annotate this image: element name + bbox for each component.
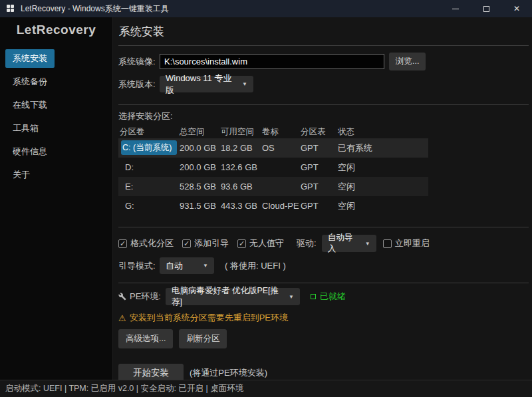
partition-table-header: 分区卷 总空间 可用空间 卷标 分区表 状态	[118, 125, 428, 138]
warning-message: ⚠ 安装到当前系统分区需要先重启到PE环境	[118, 312, 529, 324]
partition-row-d[interactable]: D: 200.0 GB 132.6 GB GPT 空闲	[118, 158, 428, 177]
sidebar-item-hardware-info[interactable]: 硬件信息	[5, 142, 55, 161]
selected-volume-badge: C: (当前系统)	[121, 140, 177, 155]
partition-table: 分区卷 总空间 可用空间 卷标 分区表 状态 C: (当前系统) 200.0 G…	[118, 125, 428, 215]
refresh-partitions-button[interactable]: 刷新分区	[179, 329, 227, 348]
image-label: 系统镜像:	[118, 56, 160, 68]
app-logo: LetRecovery	[0, 23, 112, 37]
col-status: 状态	[336, 126, 428, 138]
os-version-dropdown[interactable]: Windows 11 专业版 ▼	[160, 76, 253, 92]
image-path-input[interactable]	[160, 54, 384, 69]
partition-row-e[interactable]: E: 528.5 GB 93.6 GB GPT 空闲	[118, 177, 428, 196]
main-panel: 系统安装 系统镜像: 浏览... 系统版本: Windows 11 专业版 ▼ …	[113, 17, 532, 380]
reboot-now-checkbox[interactable]: 立即重启	[383, 237, 430, 249]
browse-button[interactable]: 浏览...	[389, 53, 426, 70]
chevron-down-icon: ▼	[242, 81, 247, 87]
checkbox-checked-icon: ✓	[118, 239, 127, 248]
boot-mode-note: ( 将使用: UEFI )	[225, 260, 286, 272]
sidebar-menu: 系统安装 系统备份 在线下载 工具箱 硬件信息 关于	[0, 49, 112, 189]
boot-mode-label: 引导模式:	[118, 260, 160, 272]
col-table: 分区表	[299, 126, 336, 138]
version-label: 系统版本:	[118, 78, 160, 90]
install-note: (将通过PE环境安装)	[190, 367, 267, 379]
partition-row-c[interactable]: C: (当前系统) 200.0 GB 18.2 GB OS GPT 已有系统	[118, 138, 428, 158]
sidebar-item-system-install[interactable]: 系统安装	[5, 49, 55, 68]
wrench-icon	[118, 293, 126, 301]
page-title: 系统安装	[119, 24, 529, 39]
app-icon	[7, 5, 15, 13]
sidebar-item-about[interactable]: 关于	[5, 166, 37, 184]
checkbox-unchecked-icon	[383, 239, 392, 248]
window-title: LetRecovery - Windows系统一键重装工具	[21, 3, 169, 15]
boot-mode-value: 自动	[166, 260, 183, 272]
format-partition-label: 格式化分区	[130, 237, 174, 249]
titlebar: LetRecovery - Windows系统一键重装工具 ✕	[0, 0, 532, 17]
warning-icon: ⚠	[118, 313, 126, 323]
maximize-button[interactable]	[471, 0, 501, 17]
divider	[118, 283, 529, 283]
col-total: 总空间	[178, 126, 219, 138]
add-boot-label: 添加引导	[194, 237, 229, 249]
advanced-options-button[interactable]: 高级选项...	[118, 329, 173, 348]
pe-ready-text: 已就绪	[320, 291, 346, 303]
divider	[118, 45, 529, 46]
sidebar: LetRecovery 系统安装 系统备份 在线下载 工具箱 硬件信息 关于	[0, 17, 113, 380]
col-free: 可用空间	[219, 126, 261, 138]
maximize-icon	[483, 6, 489, 12]
sidebar-item-system-backup[interactable]: 系统备份	[5, 72, 55, 91]
pe-env-dropdown[interactable]: 电脑病毒爱好者 优化版PE[推荐] ▼	[166, 288, 300, 305]
checkbox-checked-icon: ✓	[182, 239, 191, 248]
chevron-down-icon: ▼	[203, 263, 208, 269]
ready-icon	[311, 294, 316, 299]
col-label: 卷标	[261, 126, 299, 138]
driver-dropdown[interactable]: 自动导入 ▼	[322, 235, 376, 252]
driver-value: 自动导入	[328, 232, 360, 255]
partition-section-label: 选择安装分区:	[118, 110, 529, 122]
minimize-button[interactable]	[440, 0, 471, 17]
chevron-down-icon: ▼	[365, 241, 370, 247]
pe-env-value: 电脑病毒爱好者 优化版PE[推荐]	[172, 285, 283, 308]
sidebar-item-toolbox[interactable]: 工具箱	[5, 119, 46, 138]
unattended-checkbox[interactable]: ✓ 无人值守	[237, 237, 284, 249]
chevron-down-icon: ▼	[289, 294, 294, 300]
os-version-value: Windows 11 专业版	[166, 72, 237, 96]
divider	[118, 227, 529, 227]
reboot-now-label: 立即重启	[395, 237, 430, 249]
unattended-label: 无人值守	[249, 237, 284, 249]
partition-row-g[interactable]: G: 931.5 GB 443.3 GB Cloud-PE GPT 空闲	[118, 196, 428, 215]
start-install-button[interactable]: 开始安装	[118, 364, 184, 380]
minimize-icon	[452, 9, 459, 9]
window-controls: ✕	[440, 0, 532, 17]
checkbox-checked-icon: ✓	[237, 239, 246, 248]
col-volume: 分区卷	[118, 126, 178, 138]
driver-label: 驱动:	[297, 237, 317, 249]
pe-ready-status: 已就绪	[311, 291, 346, 303]
boot-mode-dropdown[interactable]: 自动 ▼	[160, 257, 214, 274]
close-button[interactable]: ✕	[501, 0, 532, 17]
app-window: LetRecovery - Windows系统一键重装工具 ✕ LetRecov…	[0, 0, 532, 397]
statusbar: 启动模式: UEFI | TPM: 已启用 v2.0 | 安全启动: 已开启 |…	[0, 380, 532, 397]
sidebar-item-online-download[interactable]: 在线下载	[5, 96, 55, 114]
add-boot-checkbox[interactable]: ✓ 添加引导	[182, 237, 229, 249]
pe-env-label: PE环境:	[130, 291, 161, 303]
format-partition-checkbox[interactable]: ✓ 格式化分区	[118, 237, 174, 249]
divider	[118, 104, 529, 105]
